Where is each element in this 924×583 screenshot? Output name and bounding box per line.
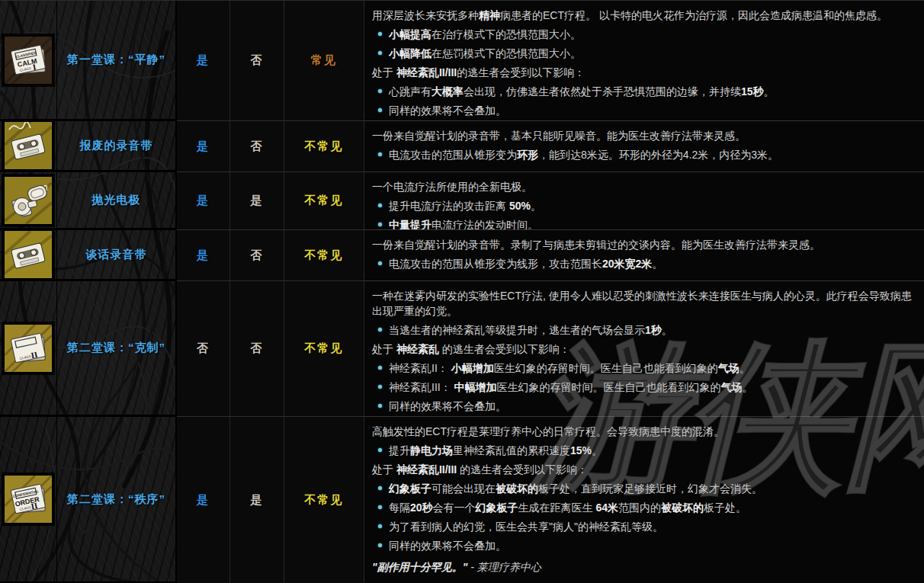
- order-class-ii-card-icon: CONFIDENTIALORDERCLASSII: [3, 474, 53, 524]
- description-paragraph: 一种在迷雾内研发的实验性ECT疗法, 使用令人难以忍受的刺激性波长来连接医生与病…: [372, 288, 913, 319]
- rarity-label: 不常见: [305, 248, 344, 263]
- description-cell: 高触发性的ECT疗程是莱理疗养中心的日常疗程。会导致病患中度的混淆。提升静电力场…: [364, 417, 924, 583]
- bullet-line: 电流攻击的范围从锥形变为线形，攻击范围长20米宽2米。: [372, 256, 913, 271]
- addon-name-link[interactable]: 第二堂课：“克制”: [67, 341, 165, 355]
- flag-value: 否: [251, 139, 264, 154]
- description-paragraph: 用深层波长来安抚多种精神病患者的ECT疗程。 以卡特的电火花作为治疗源，因此会造…: [372, 8, 913, 23]
- yes-no-cell-1: 否: [177, 281, 230, 417]
- description-cell: 一份来自觉醒计划的录音带。录制了与病患未剪辑过的交谈内容。能为医生改善疗法带来灵…: [364, 230, 924, 281]
- yes-no-cell-1: 是: [177, 172, 230, 230]
- rarity-label: 不常见: [305, 341, 344, 356]
- rarity-cell: 不常见: [284, 121, 364, 172]
- yes-no-cell-2: 是: [230, 172, 284, 230]
- bullet-line: 神经紊乱III： 中幅增加医生幻象的存留时间。医生自己也能看到幻象的气场。: [372, 380, 913, 395]
- description-paragraph: 处于 神经紊乱II/III的逃生者会受到以下影响：: [372, 65, 913, 80]
- description-paragraph: 一份来自觉醒计划的录音带，基本只能听见噪音。能为医生改善疗法带来灵感。: [372, 128, 913, 143]
- bullet-line: 提升静电力场里神经紊乱值的累积速度15%。: [372, 443, 913, 458]
- bullet-line: 同样的效果将不会叠加。: [372, 538, 913, 553]
- flag-value: 是: [197, 194, 210, 208]
- rarity-label: 常见: [311, 53, 337, 68]
- bullet-line: 小幅降低在惩罚模式下的恐惧范围大小。: [372, 46, 913, 61]
- yes-no-cell-2: 否: [230, 1, 284, 121]
- description-paragraph: 处于 神经紊乱 的逃生者会受到以下影响：: [372, 341, 913, 357]
- description-paragraph: 高触发性的ECT疗程是莱理疗养中心的日常疗程。会导致病患中度的混淆。: [372, 424, 913, 439]
- yes-no-cell-1: 是: [177, 230, 230, 281]
- bullet-line: 每隔20秒会有一个幻象板子生成在距离医生 64米范围内的被破坏的板子处。: [372, 500, 913, 515]
- description-paragraph: 一份来自觉醒计划的录音带。录制了与病患未剪辑过的交谈内容。能为医生改善疗法带来灵…: [372, 237, 913, 252]
- description-cell: 一种在迷雾内研发的实验性ECT疗法, 使用令人难以忍受的刺激性波长来连接医生与病…: [364, 281, 924, 417]
- yes-no-cell-1: 是: [177, 121, 230, 172]
- addon-name-cell: 谈话录音带: [57, 230, 177, 281]
- flag-value: 是: [197, 139, 210, 154]
- addon-name-link[interactable]: 第二堂课：“秩序”: [67, 492, 165, 507]
- addon-name-cell: 第二堂课：“克制”: [57, 281, 177, 417]
- flag-value: 否: [251, 341, 264, 356]
- rarity-cell: 不常见: [284, 230, 364, 281]
- bullet-line: 电流攻击的范围从锥形变为环形，能到达8米远。环形的外径为4.2米，内径为3米。: [372, 147, 913, 162]
- addon-name-link[interactable]: 抛光电极: [92, 193, 141, 207]
- yes-no-cell-1: 是: [177, 417, 230, 583]
- flag-value: 否: [197, 341, 210, 356]
- description-cell: 一份来自觉醒计划的录音带，基本只能听见噪音。能为医生改善疗法带来灵感。电流攻击的…: [364, 121, 924, 172]
- yes-no-cell-1: 是: [177, 1, 230, 121]
- bullet-line: 为了看到病人的幻觉，医生会共享"病人"的神经紊乱等级。: [372, 519, 913, 534]
- yes-no-cell-2: 否: [230, 121, 284, 172]
- flag-value: 是: [197, 53, 210, 68]
- flag-value: 是: [197, 493, 210, 508]
- rarity-cell: 不常见: [284, 172, 364, 230]
- addon-name-cell: 报废的录音带: [57, 121, 177, 172]
- description-paragraph: 处于 神经紊乱II/III 的逃生者会受到以下影响：: [372, 462, 913, 477]
- rarity-cell: 不常见: [284, 417, 364, 583]
- bullet-line: 提升电流疗法的攻击距离 50%。: [372, 198, 913, 213]
- bullet-line: 神经紊乱II： 小幅增加医生幻象的存留时间。医生自己也能看到幻象的气场。: [372, 360, 913, 376]
- yes-no-cell-2: 是: [230, 417, 284, 583]
- bullet-line: 幻象板子可能会出现在被破坏的板子处，直到玩家足够接近时，幻象才会消失。: [372, 481, 913, 496]
- addon-icon-cell: [0, 172, 57, 230]
- addon-name-link[interactable]: 第一堂课：“平静”: [67, 53, 165, 67]
- addon-name-cell: 第二堂课：“秩序”: [57, 417, 177, 583]
- rarity-cell: 不常见: [284, 281, 364, 417]
- interview-tape-icon: [3, 230, 53, 280]
- addon-name-link[interactable]: 报废的录音带: [80, 139, 153, 153]
- description-paragraph: 一个电流疗法所使用的全新电极。: [372, 179, 913, 194]
- addon-icon-cell: CLASSII: [0, 281, 57, 417]
- addons-table: CLASSIFIEDCALMCLASSI 第一堂课：“平静” 是 否 常见 用深…: [0, 0, 924, 583]
- addon-icon-cell: CONFIDENTIALORDERCLASSII: [0, 417, 57, 583]
- flag-value: 否: [251, 53, 264, 68]
- bullet-line: 同样的效果将不会叠加。: [372, 399, 913, 414]
- addon-table-screenshot: CLASSIFIEDCALMCLASSI 第一堂课：“平静” 是 否 常见 用深…: [0, 0, 924, 583]
- rarity-label: 不常见: [305, 139, 344, 154]
- addon-name-cell: 抛光电极: [57, 172, 177, 230]
- description-cell: 一个电流疗法所使用的全新电极。提升电流疗法的攻击距离 50%。中量提升电流疗法的…: [364, 172, 924, 230]
- addon-icon-cell: [0, 230, 57, 281]
- rarity-label: 不常见: [305, 493, 344, 508]
- bullet-line: 当逃生者的神经紊乱等级提升时，逃生者的气场会显示1秒。: [372, 322, 913, 338]
- flag-value: 是: [197, 248, 210, 263]
- yes-no-cell-2: 否: [230, 230, 284, 281]
- flavor-quote: "副作用十分罕见。" - 莱理疗养中心: [372, 559, 913, 575]
- polished-electrodes-icon: [3, 175, 53, 226]
- bullet-line: 心跳声有大概率会出现，仿佛逃生者依然处于杀手恐惧范围的边缘，并持续15秒。: [372, 84, 913, 99]
- rarity-cell: 常见: [284, 1, 364, 121]
- addon-name-link[interactable]: 谈话录音带: [86, 248, 147, 262]
- description-cell: 用深层波长来安抚多种精神病患者的ECT疗程。 以卡特的电火花作为治疗源，因此会造…: [364, 1, 924, 121]
- calm-class-i-card-icon: CLASSIFIEDCALMCLASSI: [3, 35, 53, 85]
- scrapped-tape-icon: [3, 121, 53, 171]
- bullet-line: 同样的效果将不会叠加。: [372, 103, 913, 118]
- flag-value: 是: [251, 493, 264, 508]
- bullet-line: 小幅提高在治疗模式下的恐惧范围大小。: [372, 27, 913, 42]
- yes-no-cell-2: 否: [230, 281, 284, 417]
- rarity-label: 不常见: [305, 194, 344, 208]
- bullet-line: 中量提升电流疗法的发动时间。: [372, 217, 913, 230]
- addon-icon-cell: CLASSIFIEDCALMCLASSI: [0, 1, 57, 121]
- addon-icon-cell: [0, 121, 57, 172]
- flag-value: 是: [251, 194, 264, 208]
- addon-name-cell: 第一堂课：“平静”: [57, 1, 177, 121]
- flag-value: 否: [251, 248, 264, 263]
- restraint-class-ii-card-icon: CLASSII: [3, 323, 53, 373]
